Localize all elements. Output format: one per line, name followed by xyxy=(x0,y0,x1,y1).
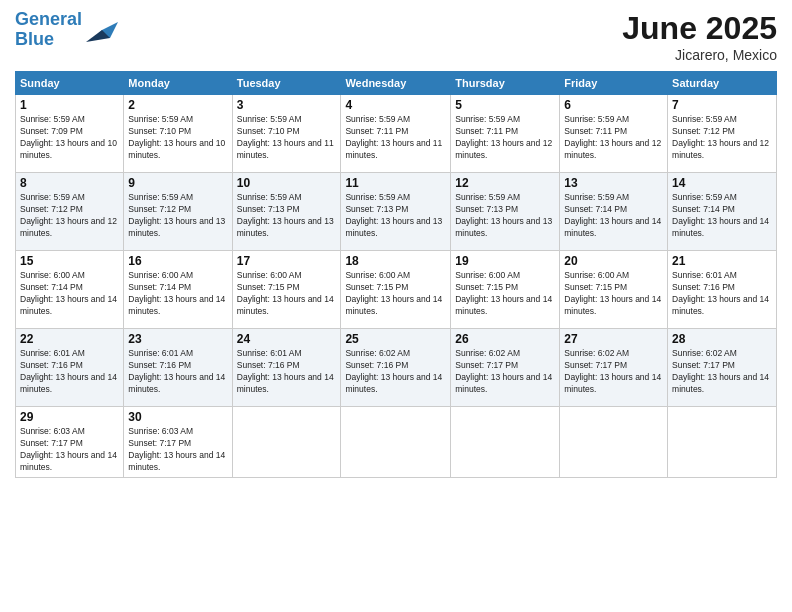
day-number: 25 xyxy=(345,332,446,346)
logo: General Blue xyxy=(15,10,118,50)
day-info: Sunrise: 5:59 AM Sunset: 7:11 PM Dayligh… xyxy=(564,114,663,162)
day-info: Sunrise: 6:00 AM Sunset: 7:14 PM Dayligh… xyxy=(128,270,227,318)
day-number: 10 xyxy=(237,176,337,190)
day-number: 27 xyxy=(564,332,663,346)
day-number: 16 xyxy=(128,254,227,268)
day-info: Sunrise: 5:59 AM Sunset: 7:13 PM Dayligh… xyxy=(237,192,337,240)
table-row: 13 Sunrise: 5:59 AM Sunset: 7:14 PM Dayl… xyxy=(560,173,668,251)
day-info: Sunrise: 6:00 AM Sunset: 7:15 PM Dayligh… xyxy=(564,270,663,318)
day-number: 11 xyxy=(345,176,446,190)
table-row: 10 Sunrise: 5:59 AM Sunset: 7:13 PM Dayl… xyxy=(232,173,341,251)
day-info: Sunrise: 5:59 AM Sunset: 7:10 PM Dayligh… xyxy=(128,114,227,162)
logo-blue: Blue xyxy=(15,29,54,49)
table-row: 23 Sunrise: 6:01 AM Sunset: 7:16 PM Dayl… xyxy=(124,329,232,407)
day-number: 29 xyxy=(20,410,119,424)
day-info: Sunrise: 6:02 AM Sunset: 7:17 PM Dayligh… xyxy=(564,348,663,396)
day-number: 19 xyxy=(455,254,555,268)
table-row: 18 Sunrise: 6:00 AM Sunset: 7:15 PM Dayl… xyxy=(341,251,451,329)
day-info: Sunrise: 5:59 AM Sunset: 7:10 PM Dayligh… xyxy=(237,114,337,162)
day-info: Sunrise: 5:59 AM Sunset: 7:11 PM Dayligh… xyxy=(455,114,555,162)
day-info: Sunrise: 6:01 AM Sunset: 7:16 PM Dayligh… xyxy=(237,348,337,396)
day-number: 24 xyxy=(237,332,337,346)
day-number: 26 xyxy=(455,332,555,346)
day-number: 1 xyxy=(20,98,119,112)
day-info: Sunrise: 6:02 AM Sunset: 7:16 PM Dayligh… xyxy=(345,348,446,396)
day-number: 7 xyxy=(672,98,772,112)
table-row: 20 Sunrise: 6:00 AM Sunset: 7:15 PM Dayl… xyxy=(560,251,668,329)
table-row: 2 Sunrise: 5:59 AM Sunset: 7:10 PM Dayli… xyxy=(124,95,232,173)
table-row: 22 Sunrise: 6:01 AM Sunset: 7:16 PM Dayl… xyxy=(16,329,124,407)
header: General Blue June 2025 Jicarero, Mexico xyxy=(15,10,777,63)
month-title: June 2025 xyxy=(622,10,777,47)
table-row: 5 Sunrise: 5:59 AM Sunset: 7:11 PM Dayli… xyxy=(451,95,560,173)
day-number: 28 xyxy=(672,332,772,346)
calendar-row: 22 Sunrise: 6:01 AM Sunset: 7:16 PM Dayl… xyxy=(16,329,777,407)
table-row xyxy=(451,407,560,478)
col-thursday: Thursday xyxy=(451,72,560,95)
calendar-table: Sunday Monday Tuesday Wednesday Thursday… xyxy=(15,71,777,478)
day-info: Sunrise: 6:00 AM Sunset: 7:15 PM Dayligh… xyxy=(455,270,555,318)
day-info: Sunrise: 6:03 AM Sunset: 7:17 PM Dayligh… xyxy=(128,426,227,474)
table-row: 17 Sunrise: 6:00 AM Sunset: 7:15 PM Dayl… xyxy=(232,251,341,329)
table-row: 16 Sunrise: 6:00 AM Sunset: 7:14 PM Dayl… xyxy=(124,251,232,329)
table-row: 9 Sunrise: 5:59 AM Sunset: 7:12 PM Dayli… xyxy=(124,173,232,251)
table-row: 27 Sunrise: 6:02 AM Sunset: 7:17 PM Dayl… xyxy=(560,329,668,407)
calendar-body: 1 Sunrise: 5:59 AM Sunset: 7:09 PM Dayli… xyxy=(16,95,777,478)
table-row: 25 Sunrise: 6:02 AM Sunset: 7:16 PM Dayl… xyxy=(341,329,451,407)
table-row: 4 Sunrise: 5:59 AM Sunset: 7:11 PM Dayli… xyxy=(341,95,451,173)
day-number: 6 xyxy=(564,98,663,112)
calendar-row: 8 Sunrise: 5:59 AM Sunset: 7:12 PM Dayli… xyxy=(16,173,777,251)
table-row xyxy=(341,407,451,478)
day-number: 12 xyxy=(455,176,555,190)
day-number: 3 xyxy=(237,98,337,112)
day-number: 15 xyxy=(20,254,119,268)
table-row: 26 Sunrise: 6:02 AM Sunset: 7:17 PM Dayl… xyxy=(451,329,560,407)
day-info: Sunrise: 5:59 AM Sunset: 7:12 PM Dayligh… xyxy=(20,192,119,240)
day-number: 13 xyxy=(564,176,663,190)
title-block: June 2025 Jicarero, Mexico xyxy=(622,10,777,63)
table-row: 29 Sunrise: 6:03 AM Sunset: 7:17 PM Dayl… xyxy=(16,407,124,478)
day-info: Sunrise: 5:59 AM Sunset: 7:11 PM Dayligh… xyxy=(345,114,446,162)
logo-text: General Blue xyxy=(15,10,82,50)
calendar-header-row: Sunday Monday Tuesday Wednesday Thursday… xyxy=(16,72,777,95)
calendar-row: 1 Sunrise: 5:59 AM Sunset: 7:09 PM Dayli… xyxy=(16,95,777,173)
table-row: 19 Sunrise: 6:00 AM Sunset: 7:15 PM Dayl… xyxy=(451,251,560,329)
table-row: 28 Sunrise: 6:02 AM Sunset: 7:17 PM Dayl… xyxy=(668,329,777,407)
col-tuesday: Tuesday xyxy=(232,72,341,95)
day-info: Sunrise: 6:01 AM Sunset: 7:16 PM Dayligh… xyxy=(128,348,227,396)
table-row: 1 Sunrise: 5:59 AM Sunset: 7:09 PM Dayli… xyxy=(16,95,124,173)
day-number: 4 xyxy=(345,98,446,112)
day-info: Sunrise: 5:59 AM Sunset: 7:14 PM Dayligh… xyxy=(672,192,772,240)
col-sunday: Sunday xyxy=(16,72,124,95)
day-info: Sunrise: 5:59 AM Sunset: 7:13 PM Dayligh… xyxy=(455,192,555,240)
day-info: Sunrise: 6:01 AM Sunset: 7:16 PM Dayligh… xyxy=(20,348,119,396)
day-info: Sunrise: 5:59 AM Sunset: 7:14 PM Dayligh… xyxy=(564,192,663,240)
day-number: 20 xyxy=(564,254,663,268)
day-number: 23 xyxy=(128,332,227,346)
day-info: Sunrise: 6:00 AM Sunset: 7:15 PM Dayligh… xyxy=(345,270,446,318)
table-row: 8 Sunrise: 5:59 AM Sunset: 7:12 PM Dayli… xyxy=(16,173,124,251)
day-info: Sunrise: 5:59 AM Sunset: 7:13 PM Dayligh… xyxy=(345,192,446,240)
col-wednesday: Wednesday xyxy=(341,72,451,95)
table-row: 11 Sunrise: 5:59 AM Sunset: 7:13 PM Dayl… xyxy=(341,173,451,251)
table-row: 14 Sunrise: 5:59 AM Sunset: 7:14 PM Dayl… xyxy=(668,173,777,251)
calendar-row: 15 Sunrise: 6:00 AM Sunset: 7:14 PM Dayl… xyxy=(16,251,777,329)
day-number: 17 xyxy=(237,254,337,268)
table-row: 21 Sunrise: 6:01 AM Sunset: 7:16 PM Dayl… xyxy=(668,251,777,329)
table-row: 24 Sunrise: 6:01 AM Sunset: 7:16 PM Dayl… xyxy=(232,329,341,407)
table-row xyxy=(560,407,668,478)
page: General Blue June 2025 Jicarero, Mexico … xyxy=(0,0,792,612)
table-row: 6 Sunrise: 5:59 AM Sunset: 7:11 PM Dayli… xyxy=(560,95,668,173)
day-number: 5 xyxy=(455,98,555,112)
logo-icon xyxy=(86,14,118,46)
table-row: 3 Sunrise: 5:59 AM Sunset: 7:10 PM Dayli… xyxy=(232,95,341,173)
day-number: 8 xyxy=(20,176,119,190)
day-info: Sunrise: 6:01 AM Sunset: 7:16 PM Dayligh… xyxy=(672,270,772,318)
day-number: 18 xyxy=(345,254,446,268)
table-row xyxy=(668,407,777,478)
day-info: Sunrise: 6:03 AM Sunset: 7:17 PM Dayligh… xyxy=(20,426,119,474)
day-number: 30 xyxy=(128,410,227,424)
table-row: 15 Sunrise: 6:00 AM Sunset: 7:14 PM Dayl… xyxy=(16,251,124,329)
table-row: 7 Sunrise: 5:59 AM Sunset: 7:12 PM Dayli… xyxy=(668,95,777,173)
day-info: Sunrise: 5:59 AM Sunset: 7:12 PM Dayligh… xyxy=(672,114,772,162)
